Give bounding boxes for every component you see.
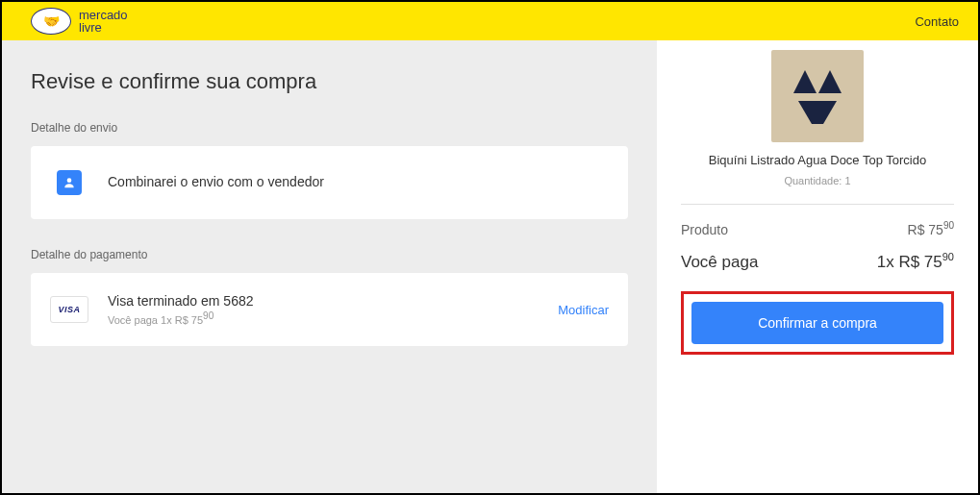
visa-icon: VISA <box>50 296 88 323</box>
product-price-label: Produto <box>681 222 728 237</box>
order-summary: Biquíni Listrado Agua Doce Top Torcido Q… <box>657 40 978 493</box>
page-title: Revise e confirme sua compra <box>31 69 628 94</box>
payment-section-label: Detalhe do pagamento <box>31 248 628 261</box>
main-content: Revise e confirme sua compra Detalhe do … <box>2 40 657 493</box>
payment-card-sub: Você paga 1x R$ 7590 <box>108 310 558 326</box>
visa-icon-wrap: VISA <box>50 290 88 329</box>
product-quantity: Quantidade: 1 <box>784 175 850 186</box>
product-name: Biquíni Listrado Agua Doce Top Torcido <box>709 152 926 169</box>
shipping-card: Combinarei o envio com o vendedor <box>31 146 628 219</box>
confirm-purchase-button[interactable]: Confirmar a compra <box>691 302 943 344</box>
logo[interactable]: 🤝 mercado livre <box>31 8 128 35</box>
total-price-row: Você paga 1x R$ 7590 <box>681 251 954 272</box>
divider <box>681 204 954 205</box>
payment-card: VISA Visa terminado em 5682 Você paga 1x… <box>31 273 628 346</box>
svg-point-0 <box>67 178 72 183</box>
shipping-text: Combinarei o envio com o vendedor <box>108 174 609 189</box>
header: 🤝 mercado livre Contato <box>2 2 978 40</box>
product-price-row: Produto R$ 7590 <box>681 220 954 237</box>
person-pin-icon <box>57 170 82 195</box>
modify-payment-link[interactable]: Modificar <box>558 303 609 317</box>
payment-card-text: Visa terminado em 5682 <box>108 293 558 309</box>
total-price-value: 1x R$ 7590 <box>877 251 954 272</box>
handshake-icon: 🤝 <box>31 8 71 35</box>
shipping-icon-wrap <box>50 163 88 202</box>
confirm-highlight: Confirmar a compra <box>681 291 954 355</box>
logo-text: mercado livre <box>79 9 128 34</box>
shipping-section-label: Detalhe do envio <box>31 121 628 135</box>
product-price-value: R$ 7590 <box>908 220 954 237</box>
total-price-label: Você paga <box>681 253 758 272</box>
contact-link[interactable]: Contato <box>915 14 959 29</box>
product-image <box>771 50 864 142</box>
